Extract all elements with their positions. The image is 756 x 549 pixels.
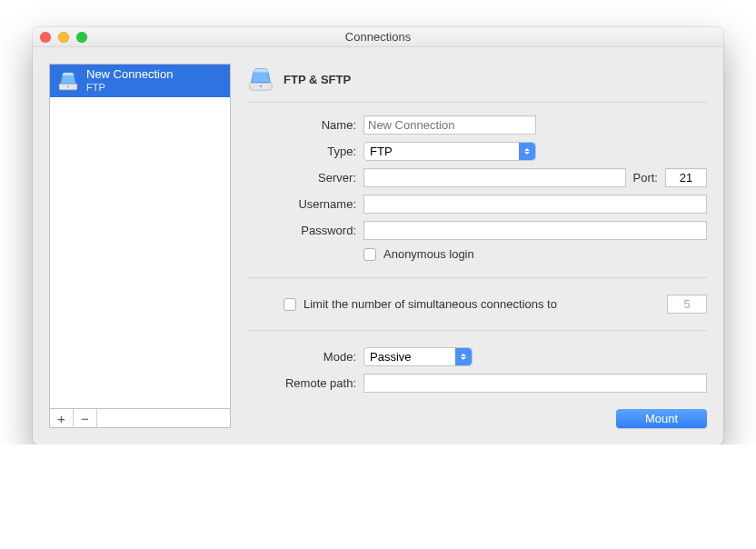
close-icon[interactable]	[40, 32, 51, 43]
remote-path-field[interactable]	[363, 374, 707, 393]
limit-field	[667, 294, 707, 314]
sidebar-item-text: New Connection FTP	[86, 68, 173, 94]
sidebar-item-subtitle: FTP	[86, 82, 173, 94]
traffic-lights	[40, 32, 87, 43]
port-label: Port:	[633, 171, 658, 185]
password-label: Password:	[247, 224, 356, 237]
type-value: FTP	[370, 145, 393, 158]
svg-point-3	[260, 85, 263, 88]
anonymous-label: Anonymous login	[383, 247, 474, 261]
server-field[interactable]	[363, 168, 626, 187]
username-label: Username:	[247, 197, 356, 211]
drive-icon	[247, 65, 274, 93]
divider	[247, 330, 707, 331]
sidebar-item-new-connection[interactable]: New Connection FTP	[50, 65, 230, 97]
limit-label: Limit the number of simultaneous connect…	[303, 297, 557, 311]
minimize-icon[interactable]	[58, 32, 69, 43]
type-label: Type:	[247, 145, 356, 158]
footer-spacer	[97, 409, 230, 427]
connections-list[interactable]: New Connection FTP	[49, 64, 231, 408]
section-header: FTP & SFTP	[247, 64, 707, 103]
mode-label: Mode:	[247, 350, 356, 364]
mode-value: Passive	[370, 350, 412, 364]
port-field[interactable]	[665, 168, 707, 187]
server-label: Server:	[247, 171, 356, 185]
type-select[interactable]: FTP	[363, 142, 536, 161]
mount-button[interactable]: Mount	[616, 409, 707, 428]
titlebar[interactable]: Connections	[33, 27, 723, 47]
section-title: FTP & SFTP	[284, 73, 351, 86]
connection-form: Name: Type: FTP Server:	[247, 115, 707, 428]
anonymous-checkbox[interactable]	[363, 248, 376, 261]
chevron-updown-icon	[455, 348, 472, 365]
add-connection-button[interactable]: +	[50, 409, 74, 427]
name-label: Name:	[247, 118, 356, 132]
sidebar-footer: + −	[49, 408, 231, 428]
password-field[interactable]	[363, 221, 707, 240]
remote-path-label: Remote path:	[247, 376, 356, 390]
name-field[interactable]	[363, 115, 536, 135]
sidebar: New Connection FTP + −	[49, 64, 231, 428]
content: New Connection FTP + −	[33, 47, 723, 444]
limit-checkbox[interactable]	[284, 298, 296, 311]
username-field[interactable]	[363, 195, 707, 214]
divider	[247, 277, 707, 278]
connections-window: Connections New Connection F	[33, 27, 723, 444]
window-title: Connections	[345, 30, 411, 44]
remove-connection-button[interactable]: −	[74, 409, 97, 427]
drive-icon	[57, 70, 79, 92]
svg-point-1	[67, 85, 69, 87]
detail-panel: FTP & SFTP Name: Type: FTP	[247, 64, 707, 428]
chevron-updown-icon	[519, 143, 535, 160]
zoom-icon[interactable]	[76, 32, 87, 43]
mode-select[interactable]: Passive	[363, 347, 472, 366]
sidebar-item-title: New Connection	[86, 68, 173, 82]
